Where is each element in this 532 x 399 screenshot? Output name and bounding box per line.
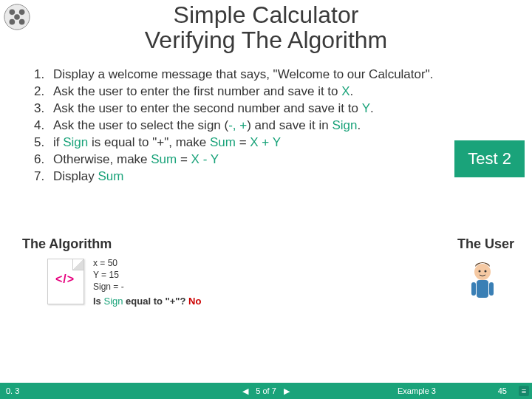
prev-button[interactable]: ◀ — [242, 386, 248, 396]
svg-point-6 — [474, 264, 491, 280]
footer-bar: 0. 3 ◀ 5 of 7 ▶ Example 3 45 ≡ — [0, 383, 532, 399]
slide-title: Simple Calculator — [0, 3, 532, 28]
trace-line: x = 50 — [93, 257, 201, 269]
user-label: The User — [457, 236, 514, 252]
list-item: 3.Ask the user to enter the second numbe… — [34, 101, 532, 116]
svg-rect-8 — [471, 282, 476, 296]
code-paper-icon: </> — [47, 259, 84, 304]
svg-point-11 — [485, 270, 487, 273]
page-number: 45 — [498, 386, 507, 395]
app-logo-icon — [3, 3, 31, 31]
list-item: 1.Display a welcome message that says, "… — [34, 67, 532, 82]
svg-point-1 — [10, 10, 16, 16]
svg-point-4 — [19, 19, 25, 25]
code-icon: </> — [55, 273, 75, 286]
svg-point-10 — [479, 270, 481, 273]
trace-line: Y = 15 — [93, 269, 201, 281]
svg-point-3 — [10, 19, 16, 25]
next-button[interactable]: ▶ — [284, 386, 290, 396]
trace-output: x = 50 Y = 15 Sign = - Is Sign equal to … — [93, 257, 201, 307]
list-item: 2.Ask the user to enter the first number… — [34, 84, 532, 99]
menu-icon: ≡ — [522, 386, 526, 395]
svg-point-2 — [19, 10, 25, 16]
algorithm-label: The Algorithm — [22, 236, 112, 251]
svg-point-5 — [14, 14, 20, 20]
slide-subtitle: Verifying The Algorithm — [0, 28, 532, 53]
test-badge: Test 2 — [454, 140, 525, 177]
user-avatar-icon — [463, 260, 502, 306]
svg-rect-7 — [477, 280, 488, 298]
version-label: 0. 3 — [0, 386, 25, 395]
example-label: Example 3 — [398, 386, 436, 395]
svg-rect-9 — [489, 282, 494, 296]
trace-question: Is Sign equal to "+"? No — [93, 295, 201, 308]
slide-counter: 5 of 7 — [256, 386, 276, 395]
trace-line: Sign = - — [93, 281, 201, 293]
menu-button[interactable]: ≡ — [519, 386, 529, 396]
list-item: 4.Ask the user to select the sign (-, +)… — [34, 118, 532, 133]
